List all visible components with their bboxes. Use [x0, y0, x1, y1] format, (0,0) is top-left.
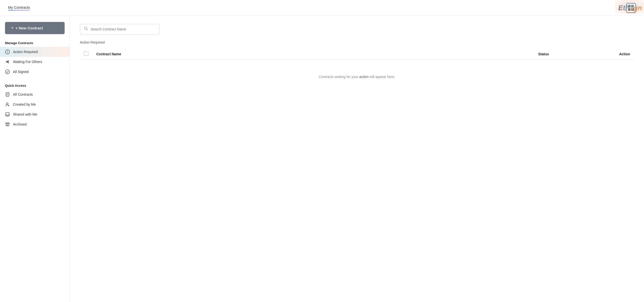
sidebar-all-signed-label: All Signed — [13, 70, 29, 74]
send-icon — [5, 59, 10, 64]
sidebar-item-all-contracts[interactable]: All Contracts — [0, 89, 70, 99]
section-title: Action Required — [80, 40, 634, 44]
sidebar-spacer — [0, 77, 70, 84]
contracts-table: Contract Name Status Action Contracts wa… — [80, 48, 634, 94]
inbox-icon — [5, 112, 10, 117]
quick-access-label: Quick Access — [0, 84, 70, 87]
table-header-checkbox — [80, 48, 92, 60]
title-underline — [8, 10, 30, 10]
sidebar-archived-label: Archived — [13, 122, 26, 126]
document-icon — [5, 92, 10, 97]
svg-point-9 — [6, 103, 8, 105]
app-header: My Contracts Eth𝒺ign — [0, 0, 644, 16]
empty-state-text: Contracts waiting for your action will a… — [319, 75, 395, 79]
sidebar-waiting-for-others-label: Waiting For Others — [13, 60, 42, 64]
sidebar-action-required-label: Action Required — [13, 50, 38, 54]
circle-exclaim-icon — [5, 49, 10, 54]
sidebar-item-created-by-me[interactable]: Created by Me — [0, 99, 70, 109]
sidebar-item-shared-with-me[interactable]: Shared with Me — [0, 109, 70, 119]
sidebar-item-archived[interactable]: Archived — [0, 119, 70, 129]
app-logo: Eth𝒺ign — [618, 4, 642, 12]
search-bar[interactable] — [80, 24, 160, 34]
new-contract-label: + New Contract — [16, 26, 43, 30]
table-header-contract-name: Contract Name — [92, 48, 534, 60]
select-all-checkbox[interactable] — [84, 51, 88, 56]
table-header-row: Contract Name Status Action — [80, 48, 634, 60]
empty-state: Contracts waiting for your action will a… — [80, 60, 634, 94]
page-title: My Contracts — [8, 5, 30, 9]
check-circle-icon — [5, 69, 10, 74]
svg-point-2 — [7, 53, 8, 53]
sidebar-item-all-signed[interactable]: All Signed — [0, 67, 70, 77]
svg-point-4 — [6, 70, 10, 74]
logo-sign: 𝒺ign — [630, 4, 642, 12]
logo-eth: Eth — [618, 4, 630, 12]
archive-icon — [5, 122, 10, 127]
sidebar-item-action-required[interactable]: Action Required — [0, 47, 70, 57]
sidebar-item-waiting-for-others[interactable]: Waiting For Others — [0, 57, 70, 67]
manage-contracts-label: Manage Contracts — [0, 41, 70, 45]
person-plus-icon — [5, 102, 10, 107]
svg-rect-13 — [6, 123, 9, 124]
main-content: Action Required Contract Name Status Act… — [70, 16, 644, 302]
table-header-action: Action — [584, 48, 634, 60]
sidebar-all-contracts-label: All Contracts — [13, 92, 33, 96]
sidebar-shared-with-me-label: Shared with Me — [13, 112, 37, 116]
table-empty-row: Contracts waiting for your action will a… — [80, 60, 634, 94]
table-header-status: Status — [534, 48, 584, 60]
header-nav-title[interactable]: My Contracts — [8, 5, 30, 10]
new-contract-button[interactable]: + + New Contract — [5, 22, 64, 34]
search-input[interactable] — [90, 27, 156, 31]
svg-rect-12 — [6, 113, 9, 116]
search-icon — [84, 27, 88, 32]
sidebar: + + New Contract Manage Contracts Action… — [0, 16, 70, 302]
sidebar-created-by-me-label: Created by Me — [13, 102, 36, 106]
plus-icon: + — [11, 25, 14, 31]
main-layout: + + New Contract Manage Contracts Action… — [0, 16, 644, 302]
svg-line-15 — [87, 29, 88, 30]
